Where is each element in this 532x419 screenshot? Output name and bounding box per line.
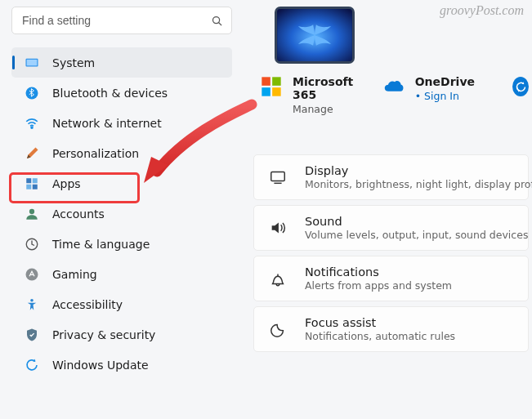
bluetooth-icon (25, 86, 39, 100)
svg-rect-6 (26, 178, 31, 183)
watermark: groovyPost.com (440, 3, 524, 18)
svg-point-0 (213, 16, 220, 23)
desktop-wallpaper-preview[interactable] (275, 7, 355, 64)
nav-label: Accounts (52, 207, 105, 221)
nav-label: Time & language (52, 238, 150, 251)
card-focus-assist[interactable]: Focus assist Notifications, automatic ru… (253, 306, 529, 352)
search-icon (211, 15, 223, 27)
svg-point-13 (30, 298, 34, 301)
card-sub: Volume levels, output, input, sound devi… (305, 229, 528, 241)
focus-assist-icon (269, 320, 287, 338)
nav-label: Bluetooth & devices (52, 87, 168, 100)
card-sub: Monitors, brightness, night light, displ… (305, 178, 532, 190)
nav-label: Apps (52, 177, 81, 190)
nav-item-accounts[interactable]: Accounts (11, 198, 232, 229)
search-box[interactable] (11, 7, 232, 34)
nav-item-network[interactable]: Network & internet (11, 108, 232, 138)
accounts-icon (25, 207, 39, 221)
nav-item-gaming[interactable]: Gaming (11, 259, 232, 289)
tile-title: Microsoft 365 (293, 75, 361, 101)
time-language-icon (25, 237, 39, 252)
apps-icon (25, 176, 39, 191)
svg-rect-15 (262, 77, 270, 86)
nav-label: Gaming (52, 268, 97, 281)
svg-point-5 (31, 127, 33, 128)
system-icon (25, 56, 39, 70)
main-panel: groovyPost.com (237, 0, 532, 419)
network-icon (25, 116, 39, 131)
nav-item-system[interactable]: System (11, 47, 232, 78)
svg-rect-8 (26, 184, 31, 189)
nav-item-accessibility[interactable]: Accessibility (11, 289, 232, 319)
tile-title: OneDrive (415, 75, 475, 88)
tile-sub: Manage (293, 103, 361, 115)
card-sub: Notifications, automatic rules (305, 330, 455, 342)
gaming-icon (25, 267, 39, 282)
accessibility-icon (25, 297, 39, 312)
card-title: Display (305, 164, 532, 177)
svg-rect-17 (262, 87, 270, 96)
tile-sub-link[interactable]: Sign In (415, 90, 475, 102)
settings-card-list: Display Monitors, brightness, night ligh… (253, 154, 529, 352)
onedrive-icon (382, 75, 405, 98)
svg-rect-18 (272, 87, 281, 96)
card-title: Notifications (305, 265, 452, 279)
svg-rect-16 (272, 77, 281, 86)
microsoft-logo-icon (260, 75, 283, 98)
nav-label: Personalization (52, 147, 139, 160)
card-display[interactable]: Display Monitors, brightness, night ligh… (253, 154, 529, 200)
sound-icon (269, 219, 287, 237)
nav-label: Network & internet (52, 117, 162, 130)
svg-rect-3 (27, 59, 38, 65)
card-title: Focus assist (305, 316, 455, 329)
card-sub: Alerts from apps and system (305, 279, 452, 292)
svg-rect-19 (271, 172, 285, 181)
nav-label: Privacy & security (52, 328, 155, 341)
search-input[interactable] (22, 14, 211, 27)
nav-label: System (52, 56, 95, 69)
nav-list: System Bluetooth & devices Network & int… (11, 47, 237, 380)
nav-item-apps[interactable]: Apps (11, 168, 232, 198)
tile-onedrive[interactable]: OneDrive Sign In (382, 75, 475, 102)
nav-item-bluetooth[interactable]: Bluetooth & devices (11, 78, 232, 108)
card-sound[interactable]: Sound Volume levels, output, input, soun… (253, 205, 529, 251)
privacy-security-icon (25, 328, 39, 342)
nav-item-personalization[interactable]: Personalization (11, 138, 232, 168)
nav-item-time-language[interactable]: Time & language (11, 229, 232, 259)
display-icon (269, 168, 287, 186)
svg-point-10 (29, 208, 34, 213)
nav-label: Windows Update (52, 359, 149, 372)
nav-item-windows-update[interactable]: Windows Update (11, 350, 232, 380)
nav-label: Accessibility (52, 298, 123, 311)
notifications-icon (269, 270, 287, 288)
sidebar: System Bluetooth & devices Network & int… (0, 0, 237, 419)
windows-update-icon (25, 358, 39, 372)
svg-rect-7 (33, 178, 38, 183)
card-title: Sound (305, 215, 528, 228)
svg-rect-9 (33, 184, 38, 189)
personalization-icon (25, 146, 39, 161)
card-notifications[interactable]: Notifications Alerts from apps and syste… (253, 256, 529, 301)
sync-icon[interactable] (512, 77, 529, 96)
svg-line-1 (219, 22, 221, 25)
tile-microsoft-365[interactable]: Microsoft 365 Manage (260, 75, 361, 115)
nav-item-privacy-security[interactable]: Privacy & security (11, 319, 232, 350)
